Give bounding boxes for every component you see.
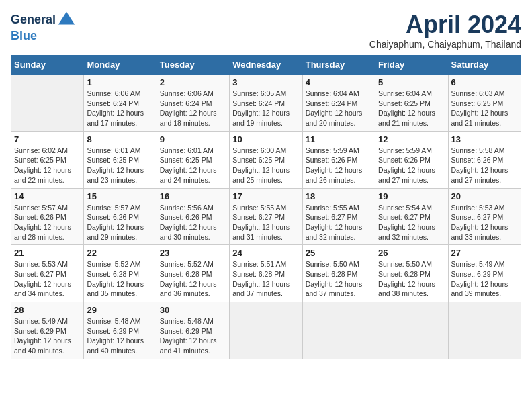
header-saturday: Saturday [448,56,521,75]
calendar-cell: 3Sunrise: 6:05 AM Sunset: 6:24 PM Daylig… [230,75,302,132]
day-info: Sunrise: 5:52 AM Sunset: 6:28 PM Dayligh… [87,259,153,299]
calendar-cell: 9Sunrise: 6:01 AM Sunset: 6:25 PM Daylig… [157,131,229,188]
day-number: 15 [87,191,153,201]
calendar-cell: 16Sunrise: 5:56 AM Sunset: 6:26 PM Dayli… [157,188,229,245]
day-number: 9 [160,134,226,144]
day-info: Sunrise: 6:06 AM Sunset: 6:24 PM Dayligh… [160,89,226,128]
week-row-2: 7Sunrise: 6:02 AM Sunset: 6:25 PM Daylig… [11,131,521,188]
calendar-cell: 6Sunrise: 6:03 AM Sunset: 6:25 PM Daylig… [448,75,521,132]
day-info: Sunrise: 5:57 AM Sunset: 6:26 PM Dayligh… [87,203,153,242]
day-number: 17 [232,191,299,201]
day-number: 19 [378,191,445,201]
day-number: 7 [14,134,81,144]
calendar-cell: 17Sunrise: 5:55 AM Sunset: 6:27 PM Dayli… [230,188,302,245]
header-thursday: Thursday [302,56,375,75]
week-row-5: 28Sunrise: 5:49 AM Sunset: 6:29 PM Dayli… [11,302,521,359]
location: Chaiyaphum, Chaiyaphum, Thailand [369,39,521,50]
day-number: 4 [306,77,372,87]
month-title: April 2024 [369,11,521,39]
day-number: 26 [378,248,445,258]
day-number: 30 [160,305,226,315]
day-info: Sunrise: 5:49 AM Sunset: 6:29 PM Dayligh… [451,259,518,299]
calendar-cell: 5Sunrise: 6:04 AM Sunset: 6:25 PM Daylig… [375,75,448,132]
calendar-table: SundayMondayTuesdayWednesdayThursdayFrid… [11,55,521,359]
day-info: Sunrise: 5:57 AM Sunset: 6:26 PM Dayligh… [14,203,81,242]
header-friday: Friday [375,56,448,75]
calendar-cell: 27Sunrise: 5:49 AM Sunset: 6:29 PM Dayli… [448,245,521,302]
day-number: 3 [232,77,299,87]
day-number: 8 [87,134,153,144]
day-info: Sunrise: 5:55 AM Sunset: 6:27 PM Dayligh… [306,203,372,242]
day-info: Sunrise: 6:05 AM Sunset: 6:24 PM Dayligh… [232,89,299,128]
day-number: 14 [14,191,81,201]
calendar-cell: 20Sunrise: 5:53 AM Sunset: 6:27 PM Dayli… [448,188,521,245]
day-info: Sunrise: 5:50 AM Sunset: 6:28 PM Dayligh… [378,259,445,299]
day-number: 5 [378,77,445,87]
day-number: 1 [87,77,153,87]
day-info: Sunrise: 5:59 AM Sunset: 6:26 PM Dayligh… [306,146,372,185]
day-number: 12 [378,134,445,144]
calendar-cell [448,302,521,359]
day-info: Sunrise: 6:04 AM Sunset: 6:24 PM Dayligh… [306,89,372,128]
day-info: Sunrise: 5:48 AM Sunset: 6:29 PM Dayligh… [87,316,153,356]
calendar-cell [302,302,375,359]
calendar-cell: 25Sunrise: 5:50 AM Sunset: 6:28 PM Dayli… [302,245,375,302]
day-number: 29 [87,305,153,315]
day-number: 23 [160,248,226,258]
calendar-cell: 29Sunrise: 5:48 AM Sunset: 6:29 PM Dayli… [84,302,157,359]
header-tuesday: Tuesday [157,56,229,75]
day-info: Sunrise: 6:03 AM Sunset: 6:25 PM Dayligh… [451,89,518,128]
logo-text: General [11,13,56,27]
day-number: 10 [232,134,299,144]
calendar-cell: 14Sunrise: 5:57 AM Sunset: 6:26 PM Dayli… [11,188,84,245]
day-info: Sunrise: 5:59 AM Sunset: 6:26 PM Dayligh… [378,146,445,185]
calendar-cell: 12Sunrise: 5:59 AM Sunset: 6:26 PM Dayli… [375,131,448,188]
calendar-cell: 15Sunrise: 5:57 AM Sunset: 6:26 PM Dayli… [84,188,157,245]
day-number: 28 [14,305,81,315]
calendar-cell: 10Sunrise: 6:00 AM Sunset: 6:25 PM Dayli… [230,131,302,188]
calendar-cell: 22Sunrise: 5:52 AM Sunset: 6:28 PM Dayli… [84,245,157,302]
calendar-header-row: SundayMondayTuesdayWednesdayThursdayFrid… [11,56,521,75]
day-number: 22 [87,248,153,258]
day-info: Sunrise: 5:53 AM Sunset: 6:27 PM Dayligh… [451,203,518,242]
day-info: Sunrise: 6:06 AM Sunset: 6:24 PM Dayligh… [87,89,153,128]
calendar-cell [375,302,448,359]
day-info: Sunrise: 6:04 AM Sunset: 6:25 PM Dayligh… [378,89,445,128]
page-header: General Blue April 2024 Chaiyaphum, Chai… [11,11,521,50]
calendar-cell: 23Sunrise: 5:52 AM Sunset: 6:28 PM Dayli… [157,245,229,302]
day-number: 20 [451,191,518,201]
day-info: Sunrise: 6:01 AM Sunset: 6:25 PM Dayligh… [160,146,226,185]
day-number: 27 [451,248,518,258]
logo-blue-text: Blue [11,29,37,42]
logo-blue: Blue [11,30,37,43]
day-number: 13 [451,134,518,144]
calendar-cell [230,302,302,359]
calendar-cell: 11Sunrise: 5:59 AM Sunset: 6:26 PM Dayli… [302,131,375,188]
calendar-cell: 30Sunrise: 5:48 AM Sunset: 6:29 PM Dayli… [157,302,229,359]
day-number: 25 [306,248,372,258]
day-info: Sunrise: 5:54 AM Sunset: 6:27 PM Dayligh… [378,203,445,242]
day-info: Sunrise: 5:51 AM Sunset: 6:28 PM Dayligh… [232,259,299,299]
calendar-cell: 21Sunrise: 5:53 AM Sunset: 6:27 PM Dayli… [11,245,84,302]
logo-icon [57,11,76,30]
calendar-cell: 4Sunrise: 6:04 AM Sunset: 6:24 PM Daylig… [302,75,375,132]
day-info: Sunrise: 5:52 AM Sunset: 6:28 PM Dayligh… [160,259,226,299]
day-info: Sunrise: 5:50 AM Sunset: 6:28 PM Dayligh… [306,259,372,299]
calendar-cell: 7Sunrise: 6:02 AM Sunset: 6:25 PM Daylig… [11,131,84,188]
day-info: Sunrise: 5:58 AM Sunset: 6:26 PM Dayligh… [451,146,518,185]
day-info: Sunrise: 5:48 AM Sunset: 6:29 PM Dayligh… [160,316,226,356]
day-info: Sunrise: 5:53 AM Sunset: 6:27 PM Dayligh… [14,259,81,299]
day-number: 11 [306,134,372,144]
day-info: Sunrise: 6:01 AM Sunset: 6:25 PM Dayligh… [87,146,153,185]
day-info: Sunrise: 5:56 AM Sunset: 6:26 PM Dayligh… [160,203,226,242]
header-monday: Monday [84,56,157,75]
day-info: Sunrise: 5:49 AM Sunset: 6:29 PM Dayligh… [14,316,81,356]
calendar-cell: 2Sunrise: 6:06 AM Sunset: 6:24 PM Daylig… [157,75,229,132]
calendar-cell: 19Sunrise: 5:54 AM Sunset: 6:27 PM Dayli… [375,188,448,245]
calendar-cell: 18Sunrise: 5:55 AM Sunset: 6:27 PM Dayli… [302,188,375,245]
calendar-cell: 24Sunrise: 5:51 AM Sunset: 6:28 PM Dayli… [230,245,302,302]
title-block: April 2024 Chaiyaphum, Chaiyaphum, Thail… [369,11,521,50]
day-number: 2 [160,77,226,87]
day-info: Sunrise: 6:00 AM Sunset: 6:25 PM Dayligh… [232,146,299,185]
calendar-cell: 13Sunrise: 5:58 AM Sunset: 6:26 PM Dayli… [448,131,521,188]
